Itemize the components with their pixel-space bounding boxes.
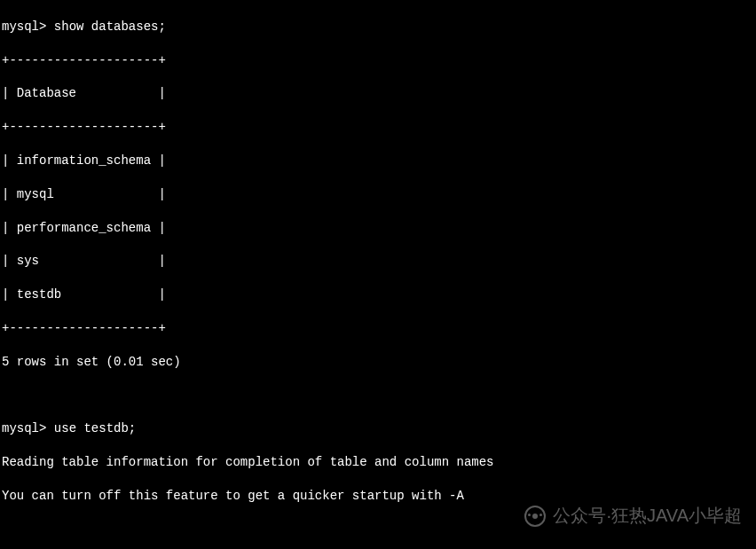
prompt-line[interactable]: mysql> show databases; bbox=[2, 19, 754, 35]
table-row: | information_schema | bbox=[2, 153, 754, 169]
info-message: Reading table information for completion… bbox=[2, 454, 754, 471]
result-count: 5 rows in set (0.01 sec) bbox=[2, 354, 754, 371]
table-row: | sys | bbox=[2, 253, 754, 270]
prompt-line[interactable]: mysql> use testdb; bbox=[2, 420, 754, 437]
table-border: +--------------------+ bbox=[2, 119, 754, 136]
sql-prompt: mysql> bbox=[2, 421, 46, 435]
table-row: | mysql | bbox=[2, 186, 754, 203]
blank-line bbox=[2, 387, 754, 404]
sql-prompt: mysql> bbox=[2, 20, 46, 34]
info-message: You can turn off this feature to get a q… bbox=[2, 488, 754, 505]
table-border: +--------------------+ bbox=[2, 320, 754, 337]
blank-line bbox=[2, 522, 754, 538]
table-row: | performance_schema | bbox=[2, 220, 754, 237]
sql-command: use testdb; bbox=[54, 421, 136, 435]
sql-command: show databases; bbox=[54, 20, 166, 34]
terminal-output: mysql> show databases; +----------------… bbox=[2, 2, 754, 549]
table-header: | Database | bbox=[2, 85, 754, 102]
table-border: +--------------------+ bbox=[2, 52, 754, 69]
table-row: | testdb | bbox=[2, 286, 754, 303]
